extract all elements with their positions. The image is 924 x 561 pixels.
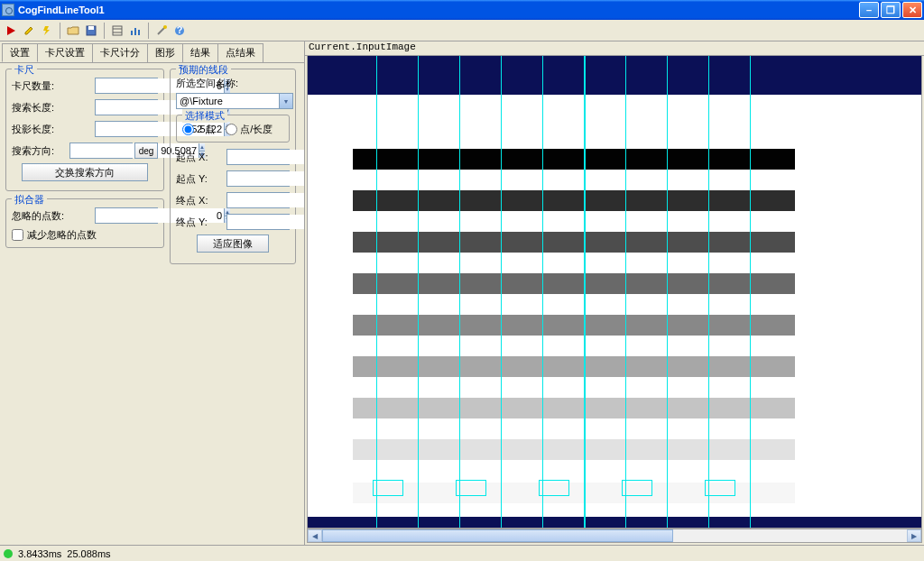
fitter-group: 拟合器 忽略的点数: ▲▼ 减少忽略的点数 xyxy=(5,198,164,248)
mode-group-title: 选择模式 xyxy=(182,109,227,123)
left-panel: 设置 卡尺设置 卡尺计分 图形 结果 点结果 卡尺 卡尺数量: ▲▼ xyxy=(0,41,305,545)
mode-ptlen-radio[interactable]: 点/长度 xyxy=(226,123,273,136)
grayscale-band xyxy=(353,439,795,460)
toolbar: ? xyxy=(0,20,924,41)
svg-marker-1 xyxy=(43,26,50,35)
caliper-count-spinner[interactable]: ▲▼ xyxy=(95,78,158,94)
start-x-label: 起点 X: xyxy=(176,151,226,164)
caliper-line xyxy=(501,56,502,529)
ignore-points-label: 忽略的点数: xyxy=(12,209,95,223)
caliper-box xyxy=(456,480,486,496)
titlebar: CogFindLineTool1 – ❐ ✕ xyxy=(0,0,924,20)
maximize-button[interactable]: ❐ xyxy=(881,2,901,18)
viewer-label: Current.InputImage xyxy=(305,41,924,56)
caliper-line xyxy=(542,56,543,529)
caliper-line xyxy=(625,56,626,529)
search-len-spinner[interactable]: ▲▼ xyxy=(95,99,158,115)
reduce-ignore-label: 减少忽略的点数 xyxy=(27,228,97,242)
ignore-points-spinner[interactable]: ▲▼ xyxy=(95,207,158,224)
caliper-line xyxy=(418,56,419,529)
end-y-spinner[interactable]: ▲▼ xyxy=(226,214,290,230)
fit-image-button[interactable]: 适应图像 xyxy=(197,235,269,253)
svg-rect-4 xyxy=(113,26,122,35)
end-x-spinner[interactable]: ▲▼ xyxy=(226,192,290,208)
caliper-line xyxy=(750,56,751,529)
close-button[interactable]: ✕ xyxy=(902,2,922,18)
caliper-group: 卡尺 卡尺数量: ▲▼ 搜索长度: ▲▼ 投影长度: ▲▼ xyxy=(5,69,164,191)
segment-group-title: 预期的线段 xyxy=(176,63,231,77)
image-viewer[interactable] xyxy=(307,56,922,529)
tab-caliper-settings[interactable]: 卡尺设置 xyxy=(37,43,93,62)
svg-marker-0 xyxy=(7,26,15,35)
caliper-line xyxy=(667,56,668,529)
mode-2pt-radio[interactable]: 2 点 xyxy=(182,123,215,136)
tab-point-result[interactable]: 点结果 xyxy=(217,43,263,62)
status-time1: 3.8433ms xyxy=(18,548,61,559)
caliper-line xyxy=(459,56,460,529)
tab-result[interactable]: 结果 xyxy=(182,43,218,62)
svg-text:?: ? xyxy=(177,25,183,35)
svg-rect-7 xyxy=(131,31,133,35)
proj-len-label: 投影长度: xyxy=(12,123,95,136)
space-select[interactable]: @\Fixture▼ xyxy=(176,93,293,109)
reduce-ignore-checkbox[interactable] xyxy=(12,229,23,241)
tab-bar: 设置 卡尺设置 卡尺计分 图形 结果 点结果 xyxy=(0,41,304,63)
wizard-icon[interactable] xyxy=(154,23,169,38)
edit-icon[interactable] xyxy=(22,23,36,38)
scroll-left-icon[interactable]: ◀ xyxy=(308,529,322,542)
grayscale-band xyxy=(353,149,795,170)
proj-len-spinner[interactable]: ▲▼ xyxy=(95,121,158,137)
grayscale-band xyxy=(353,356,795,377)
search-dir-label: 搜索方向: xyxy=(12,144,69,158)
run-icon[interactable] xyxy=(4,23,18,38)
window-title: CogFindLineTool1 xyxy=(18,5,859,15)
grayscale-band xyxy=(353,315,795,336)
svg-rect-9 xyxy=(138,30,140,35)
caliper-line xyxy=(708,56,709,529)
status-indicator-icon xyxy=(4,549,13,558)
start-y-label: 起点 Y: xyxy=(176,172,226,186)
start-y-spinner[interactable]: ▲▼ xyxy=(226,170,290,187)
caliper-box xyxy=(705,480,735,496)
start-x-spinner[interactable]: ▲▼ xyxy=(226,149,290,165)
svg-rect-3 xyxy=(88,26,94,30)
flash-icon[interactable] xyxy=(40,23,54,38)
statusbar: 3.8433ms 25.088ms xyxy=(0,545,924,561)
minimize-button[interactable]: – xyxy=(859,2,879,18)
search-dir-spinner[interactable]: ▲▼ xyxy=(69,143,133,159)
chart-icon[interactable] xyxy=(128,23,143,38)
help-icon[interactable]: ? xyxy=(172,23,187,38)
status-time2: 25.088ms xyxy=(67,548,110,559)
scroll-right-icon[interactable]: ▶ xyxy=(907,529,921,542)
end-y-label: 终点 Y: xyxy=(176,216,226,229)
svg-point-10 xyxy=(163,25,167,29)
grayscale-band xyxy=(353,398,795,418)
swap-search-dir-button[interactable]: 交换搜索方向 xyxy=(22,163,148,181)
grid-icon[interactable] xyxy=(110,23,125,38)
deg-button[interactable]: deg xyxy=(134,143,158,159)
save-icon[interactable] xyxy=(84,23,98,38)
search-len-label: 搜索长度: xyxy=(12,101,95,115)
grayscale-band xyxy=(353,273,795,294)
caliper-group-title: 卡尺 xyxy=(12,63,37,77)
direction-arrow-icon xyxy=(584,56,586,529)
svg-rect-8 xyxy=(134,28,136,35)
grayscale-band xyxy=(353,190,795,211)
caliper-box xyxy=(539,480,569,496)
horizontal-scrollbar[interactable]: ◀ ▶ xyxy=(307,529,922,543)
folder-icon[interactable] xyxy=(66,23,80,38)
grayscale-band xyxy=(353,232,795,253)
fitter-group-title: 拟合器 xyxy=(12,193,47,207)
segment-group: 预期的线段 所选空间名称: @\Fixture▼ 选择模式 2 点 点/长度 xyxy=(170,69,296,264)
tab-settings[interactable]: 设置 xyxy=(2,43,38,62)
app-icon xyxy=(2,4,14,16)
tab-caliper-score[interactable]: 卡尺计分 xyxy=(92,43,148,62)
caliper-line xyxy=(376,56,377,529)
space-label: 所选空间名称: xyxy=(176,77,290,90)
caliper-box xyxy=(373,480,403,496)
tab-graphic[interactable]: 图形 xyxy=(147,43,183,62)
end-x-label: 终点 X: xyxy=(176,194,226,207)
caliper-box xyxy=(622,480,652,496)
caliper-count-label: 卡尺数量: xyxy=(12,79,95,93)
